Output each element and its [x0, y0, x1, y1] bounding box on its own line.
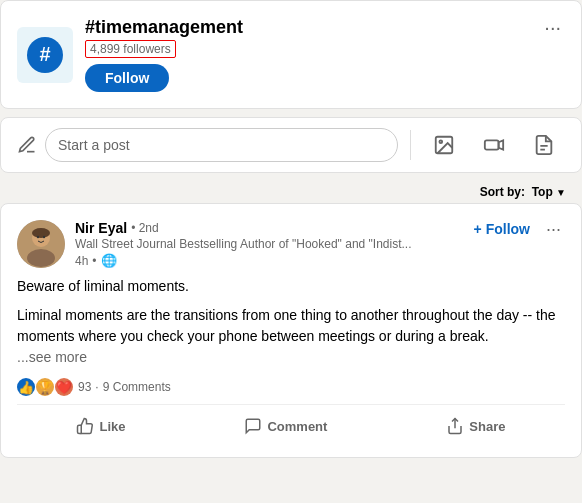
svg-point-6 — [32, 228, 50, 238]
post-header: Nir Eyal • 2nd Wall Street Journal Bests… — [17, 220, 565, 268]
svg-point-7 — [37, 236, 39, 238]
author-name-row: Nir Eyal • 2nd — [75, 220, 412, 236]
sort-arrow-icon: ▼ — [556, 187, 566, 198]
hashtag-title: #timemanagement — [85, 17, 243, 38]
document-button[interactable] — [523, 128, 565, 162]
comment-button[interactable]: Comment — [232, 411, 339, 441]
time-separator: • — [92, 254, 96, 268]
see-more-link[interactable]: ...see more — [17, 349, 87, 365]
compose-divider — [410, 130, 411, 160]
author-name[interactable]: Nir Eyal — [75, 220, 127, 236]
follow-hashtag-button[interactable]: Follow — [85, 64, 169, 92]
post-actions-top: + Follow ··· — [466, 220, 565, 238]
post-author-info: Nir Eyal • 2nd Wall Street Journal Bests… — [17, 220, 466, 268]
more-options-icon[interactable]: ··· — [540, 17, 565, 37]
post-time-row: 4h • 🌐 — [75, 253, 412, 268]
share-label: Share — [469, 419, 505, 434]
hashtag-card: # #timemanagement 4,899 followers Follow… — [0, 0, 582, 109]
post-line1: Beware of liminal moments. — [17, 276, 565, 297]
heart-reaction-icon: ❤️ — [55, 378, 73, 396]
svg-point-8 — [43, 236, 45, 238]
comments-count[interactable]: 9 Comments — [103, 380, 171, 394]
sort-bar: Sort by: Top ▼ — [0, 181, 582, 203]
photo-button[interactable] — [423, 128, 465, 162]
author-meta: Nir Eyal • 2nd Wall Street Journal Bests… — [75, 220, 412, 268]
author-degree: • 2nd — [131, 221, 159, 235]
svg-rect-2 — [485, 140, 499, 149]
hashtag-icon-wrap: # — [17, 27, 73, 83]
avatar[interactable] — [17, 220, 65, 268]
sort-label: Sort by: — [480, 185, 525, 199]
hashtag-followers: 4,899 followers — [85, 40, 176, 58]
share-icon — [446, 417, 464, 435]
follow-author-button[interactable]: + Follow — [474, 221, 530, 237]
post-line2: Liminal moments are the transitions from… — [17, 305, 565, 347]
like-button[interactable]: Like — [64, 411, 137, 441]
hashtag-left: # #timemanagement 4,899 followers Follow — [17, 17, 243, 92]
share-button[interactable]: Share — [434, 411, 517, 441]
reactions-row: 👍 🏆 ❤️ 93 · 9 Comments — [17, 378, 565, 405]
post-more-options-icon[interactable]: ··· — [542, 220, 565, 238]
author-title: Wall Street Journal Bestselling Author o… — [75, 237, 412, 251]
svg-point-1 — [439, 140, 442, 143]
reaction-icons: 👍 🏆 ❤️ — [17, 378, 74, 396]
globe-icon: 🌐 — [101, 253, 117, 268]
action-bar: Like Comment Share — [17, 409, 565, 441]
dot-separator: · — [95, 380, 98, 394]
post-body: Beware of liminal moments. Liminal momen… — [17, 276, 565, 368]
compose-card: Start a post — [0, 117, 582, 173]
svg-point-5 — [27, 249, 55, 267]
trophy-reaction-icon: 🏆 — [36, 378, 54, 396]
post-card: Nir Eyal • 2nd Wall Street Journal Bests… — [0, 203, 582, 458]
like-icon — [76, 417, 94, 435]
comment-icon — [244, 417, 262, 435]
start-post-input[interactable]: Start a post — [45, 128, 398, 162]
like-label: Like — [99, 419, 125, 434]
hashtag-symbol-icon: # — [27, 37, 63, 73]
hashtag-info: #timemanagement 4,899 followers Follow — [85, 17, 243, 92]
sort-value[interactable]: Top — [532, 185, 553, 199]
edit-post-icon — [17, 135, 37, 155]
comment-label: Comment — [267, 419, 327, 434]
reaction-count: 93 — [78, 380, 91, 394]
like-reaction-icon: 👍 — [17, 378, 35, 396]
video-button[interactable] — [473, 128, 515, 162]
post-time: 4h — [75, 254, 88, 268]
